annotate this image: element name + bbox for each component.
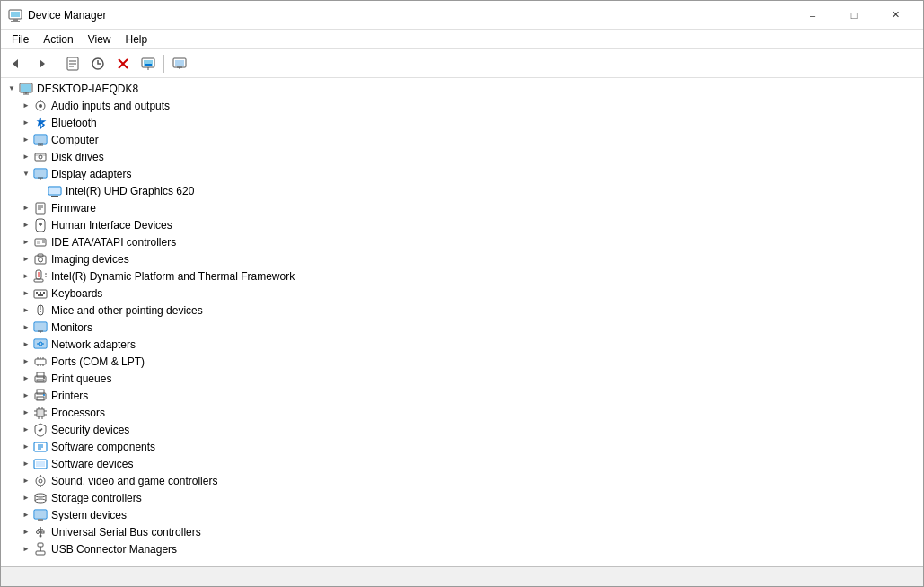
minimize-button[interactable]: – — [792, 1, 833, 30]
toolbar-properties[interactable] — [61, 53, 84, 74]
software-devices-label: Software devices — [51, 458, 133, 470]
tree-usb[interactable]: ► Universal Serial Bus controllers — [1, 523, 923, 540]
software-components-icon — [33, 440, 48, 454]
print-queues-expand-icon[interactable]: ► — [19, 372, 33, 386]
tree-software-devices[interactable]: ► Software devices — [1, 455, 923, 472]
security-expand-icon[interactable]: ► — [19, 423, 33, 437]
disk-expand-icon[interactable]: ► — [19, 150, 33, 164]
tree-processors[interactable]: ► Processors — [1, 404, 923, 421]
tree-view[interactable]: ▼ DESKTOP-IAEQDK8 ► — [1, 78, 923, 566]
svg-rect-53 — [37, 241, 40, 244]
display-expand-icon[interactable]: ▼ — [19, 167, 33, 181]
firmware-expand-icon[interactable]: ► — [19, 201, 33, 215]
usb-connector-expand-icon[interactable]: ► — [19, 542, 33, 556]
tree-security[interactable]: ► Security devices — [1, 421, 923, 438]
tree-system[interactable]: ► System devices — [1, 506, 923, 523]
menu-view[interactable]: View — [81, 31, 119, 48]
usb-expand-icon[interactable]: ► — [19, 525, 33, 539]
svg-rect-111 — [36, 461, 45, 467]
svg-point-71 — [40, 311, 41, 312]
svg-rect-121 — [35, 511, 46, 518]
storage-icon — [33, 491, 48, 505]
tree-intel-gpu[interactable]: ► Intel(R) UHD Graphics 620 — [1, 182, 923, 199]
toolbar-display[interactable] — [168, 53, 191, 74]
software-components-expand-icon[interactable]: ► — [19, 440, 33, 454]
intel-gpu-label: Intel(R) UHD Graphics 620 — [66, 185, 194, 197]
status-bar — [1, 566, 923, 586]
tree-disk[interactable]: ► Disk drives — [1, 148, 923, 165]
hid-expand-icon[interactable]: ► — [19, 218, 33, 232]
toolbar-update[interactable] — [86, 53, 110, 74]
tree-keyboards[interactable]: ► Keyboards — [1, 285, 923, 302]
tree-ide[interactable]: ► IDE ATA/ATAPI controllers — [1, 233, 923, 250]
processors-expand-icon[interactable]: ► — [19, 406, 33, 420]
tree-monitors[interactable]: ► Monitors — [1, 319, 923, 336]
svg-point-125 — [37, 530, 40, 533]
root-expand-icon[interactable]: ▼ — [4, 82, 19, 96]
menu-file[interactable]: File — [4, 31, 36, 48]
processors-icon — [33, 406, 48, 420]
keyboards-expand-icon[interactable]: ► — [19, 286, 33, 301]
toolbar-scan[interactable] — [136, 53, 160, 74]
maximize-button[interactable]: □ — [833, 1, 875, 30]
window-controls: – □ ✕ — [792, 1, 916, 30]
tree-audio[interactable]: ► Audio inputs and outputs — [1, 97, 923, 114]
properties-icon — [66, 57, 80, 71]
keyboards-label: Keyboards — [51, 287, 102, 300]
bluetooth-expand-icon[interactable]: ► — [19, 116, 33, 130]
tree-ports[interactable]: ► Ports (COM & LPT) — [1, 353, 923, 370]
tree-intel-thermal[interactable]: ► Intel(R) Dynamic Platform and Thermal … — [1, 267, 923, 285]
bluetooth-label: Bluetooth — [51, 117, 97, 129]
mice-expand-icon[interactable]: ► — [19, 303, 33, 318]
svg-rect-97 — [38, 410, 43, 416]
ide-expand-icon[interactable]: ► — [19, 235, 33, 250]
monitors-expand-icon[interactable]: ► — [19, 320, 33, 335]
usb-connector-icon — [33, 542, 48, 556]
printers-expand-icon[interactable]: ► — [19, 389, 33, 403]
imaging-icon — [33, 252, 48, 267]
svg-rect-130 — [36, 551, 45, 555]
tree-root[interactable]: ▼ DESKTOP-IAEQDK8 — [1, 80, 923, 97]
toolbar — [1, 49, 923, 78]
svg-rect-64 — [34, 290, 47, 298]
svg-point-95 — [43, 394, 45, 396]
menu-action[interactable]: Action — [36, 31, 80, 48]
svg-rect-38 — [35, 170, 46, 177]
svg-rect-43 — [51, 196, 58, 197]
network-expand-icon[interactable]: ► — [19, 337, 33, 352]
tree-imaging[interactable]: ► Imaging devices — [1, 250, 923, 267]
system-expand-icon[interactable]: ► — [19, 508, 33, 522]
tree-software-components[interactable]: ► Software components — [1, 438, 923, 455]
tree-sound[interactable]: ► Sound, video and game controllers — [1, 472, 923, 489]
intel-thermal-expand-icon[interactable]: ► — [19, 269, 33, 284]
tree-firmware[interactable]: ► Firmware — [1, 199, 923, 216]
svg-rect-18 — [175, 60, 184, 66]
tree-print-queues[interactable]: ► Print queues — [1, 370, 923, 387]
sound-expand-icon[interactable]: ► — [19, 474, 33, 488]
audio-expand-icon[interactable]: ► — [19, 99, 33, 113]
tree-printers[interactable]: ► Printers — [1, 387, 923, 404]
storage-expand-icon[interactable]: ► — [19, 491, 33, 505]
menu-help[interactable]: Help — [119, 31, 155, 48]
tree-storage[interactable]: ► Storage controllers — [1, 489, 923, 506]
computer-expand-icon[interactable]: ► — [19, 133, 33, 147]
update-icon — [91, 57, 105, 71]
svg-rect-16 — [145, 64, 152, 66]
tree-bluetooth[interactable]: ► Bluetooth — [1, 114, 923, 131]
tree-hid[interactable]: ► Human Interface Devices — [1, 216, 923, 233]
tree-network[interactable]: ► Network adapters — [1, 336, 923, 353]
ports-icon — [33, 355, 48, 369]
tree-computer[interactable]: ► Computer — [1, 131, 923, 148]
close-button[interactable]: ✕ — [875, 1, 916, 30]
toolbar-back[interactable] — [4, 53, 28, 74]
tree-display[interactable]: ▼ Display adapters — [1, 165, 923, 182]
svg-rect-61 — [34, 279, 43, 282]
root-label: DESKTOP-IAEQDK8 — [37, 83, 138, 95]
tree-mice[interactable]: ► Mice and other pointing devices — [1, 302, 923, 319]
toolbar-uninstall[interactable] — [111, 53, 135, 74]
tree-usb-connector[interactable]: ► USB Connector Managers — [1, 540, 923, 557]
toolbar-forward[interactable] — [30, 53, 53, 74]
imaging-expand-icon[interactable]: ► — [19, 252, 33, 267]
ports-expand-icon[interactable]: ► — [19, 355, 33, 369]
software-devices-expand-icon[interactable]: ► — [19, 457, 33, 471]
